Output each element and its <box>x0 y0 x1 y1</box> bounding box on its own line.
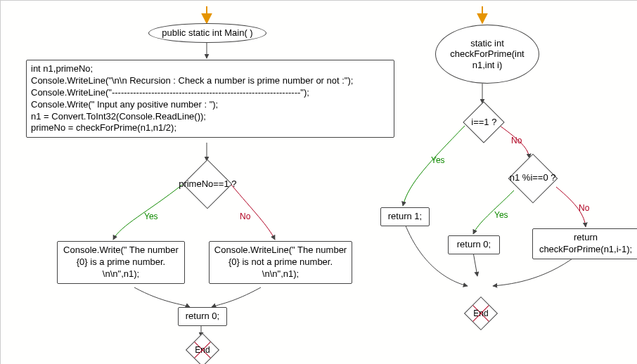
main-return-box: return 0; <box>178 307 227 326</box>
edge-label-no: No <box>240 212 250 221</box>
cfp-start-label: static int checkForPrime(int n1,int i) <box>440 38 534 71</box>
cfp-return0-box: return 0; <box>448 235 500 254</box>
cfp-start-ellipse: static int checkForPrime(int n1,int i) <box>435 25 539 84</box>
cfp-dec1-label: i==1 ? <box>463 117 505 127</box>
main-no-text: Console.WriteLine(" The number {0} is no… <box>214 245 347 279</box>
code-line: Console.Write(" Input any positive numbe… <box>31 99 390 111</box>
main-yes-box: Console.Write(" The number {0} is a prim… <box>57 241 185 284</box>
cfp-end-node: End <box>464 297 498 330</box>
cfp-dec2-diamond: n1 %i==0 ? <box>508 154 558 204</box>
flowchart-canvas: public static int Main( ) int n1,primeNo… <box>0 0 637 364</box>
cfp-return1-text: return 1; <box>388 211 422 221</box>
code-line: n1 = Convert.ToInt32(Console.ReadLine())… <box>31 111 390 123</box>
cfp-return1-box: return 1; <box>380 207 430 226</box>
main-end-label: End <box>191 339 214 361</box>
main-decision-diamond: primeNo==1 ? <box>183 160 233 209</box>
code-line: primeNo = checkForPrime(n1,n1/2); <box>31 122 390 134</box>
cfp-end-label: End <box>470 302 492 325</box>
edge-label-yes: Yes <box>431 155 445 165</box>
edge-label-yes: Yes <box>144 212 158 221</box>
main-start-label: public static int Main( ) <box>162 27 252 39</box>
main-yes-text: Console.Write(" The number {0} is a prim… <box>63 245 179 279</box>
cfp-recurse-box: return checkForPrime(n1,i-1); <box>532 228 637 259</box>
svg-line-6 <box>473 252 477 276</box>
main-end-node: End <box>186 333 219 364</box>
code-line: Console.WriteLine("\n\n Recursion : Chec… <box>31 75 390 87</box>
cfp-return0-text: return 0; <box>457 239 491 249</box>
main-start-ellipse: public static int Main( ) <box>148 23 266 43</box>
main-no-box: Console.WriteLine(" The number {0} is no… <box>209 241 352 284</box>
main-return-text: return 0; <box>186 311 219 321</box>
cfp-recurse-text: return checkForPrime(n1,i-1); <box>539 232 632 254</box>
main-decision-label: primeNo==1 ? <box>172 178 243 189</box>
cfp-dec2-label: n1 %i==0 ? <box>501 172 565 183</box>
cfp-dec1-diamond: i==1 ? <box>463 101 504 143</box>
edge-label-yes: Yes <box>494 210 508 220</box>
code-line: int n1,primeNo; <box>31 63 390 75</box>
code-line: Console.WriteLine("---------------------… <box>31 87 390 99</box>
edge-label-no: No <box>511 136 522 145</box>
main-code-block: int n1,primeNo; Console.WriteLine("\n\n … <box>26 60 394 138</box>
edge-label-no: No <box>579 203 589 213</box>
